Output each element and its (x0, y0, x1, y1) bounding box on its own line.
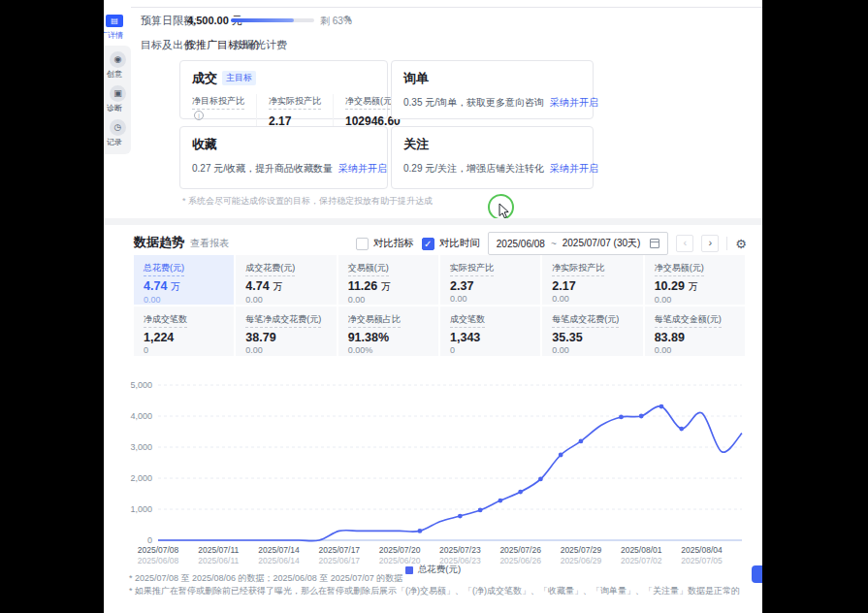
legend-swatch (405, 566, 413, 574)
date-range-picker[interactable]: 2025/06/08 ~ 2025/07/07 (30天) (488, 232, 669, 255)
adopt-enable-link[interactable]: 采纳并开启 (338, 163, 387, 174)
svg-text:2025/07/23: 2025/07/23 (439, 545, 481, 555)
metric-cards-grid: 总花费(元) 4.74 万 0.00 成交花费(元) 4.74 万 0.00 交… (134, 255, 745, 356)
metric-card-label: 每笔成交金额(元) (655, 313, 722, 328)
goal-card-inquiry: 询单 0.35 元/询单，获取更多意向咨询采纳并开启 (391, 60, 594, 119)
edit-budget-icon[interactable]: ✎ (344, 14, 352, 24)
trend-section-title: 数据趋势 (134, 234, 184, 251)
view-report-link[interactable]: 查看报表 (190, 237, 229, 250)
adopt-enable-link[interactable]: 采纳并开启 (550, 163, 598, 174)
metric-card-gmv[interactable]: 交易额(元) 11.26 万 0.00 (338, 255, 438, 305)
metric-card-compare-value: 0.00 (144, 295, 224, 305)
metric-card-net-gmv[interactable]: 净交易额(元) 10.29 万 0.00 (645, 255, 745, 305)
metric-card-label: 总花费(元) (144, 262, 184, 276)
metric-card-net-orders[interactable]: 净成交笔数 1,224 0 (134, 306, 234, 356)
goal-card-deal: 成交主目标 净目标投产比i 2.45 ✎ 净实际投产比 2.17 净交易额(元)… (179, 60, 388, 119)
adopt-enable-link[interactable]: 采纳并开启 (550, 97, 598, 108)
inquiry-desc: 0.35 元/询单，获取更多意向咨询采纳并开启 (403, 96, 581, 110)
metric-card-cost-per-order[interactable]: 每笔成交花费(元) 35.35 0.00 (542, 306, 642, 356)
metric-card-net-roi[interactable]: 净实际投产比 2.17 0.00 (542, 255, 642, 305)
budget-progress-fill (231, 18, 294, 22)
gear-icon[interactable]: ⚙ (735, 237, 747, 251)
metric-card-value: 4.74 万 (144, 279, 224, 294)
legend-label: 总花费(元) (418, 564, 461, 576)
chart-footnote-1: * 2025/07/08 至 2025/08/06 的数据；2025/06/08… (129, 572, 402, 585)
goal-card-favorite: 收藏 0.27 元/收藏，提升商品收藏数量采纳并开启 (179, 126, 388, 189)
date-range-start: 2025/06/08 (497, 239, 545, 249)
metric-card-label: 交易额(元) (348, 262, 389, 276)
metric-card-value: 10.29 万 (655, 279, 735, 294)
svg-text:2025/07/20: 2025/07/20 (379, 545, 421, 555)
metric-card-label: 净交易额占比 (348, 313, 401, 328)
metric-card-label: 净交易额(元) (655, 262, 704, 276)
sidebar-item-label: 诊断 (107, 103, 131, 113)
svg-text:2025/07/26: 2025/07/26 (499, 545, 541, 555)
side-rail: ▤ 广详情 ◉ 创意 ▣ 诊断 ◷ 记录 (104, 0, 131, 613)
promo-detail-icon[interactable]: ▤ (106, 15, 123, 27)
metric-card-amount-per-order[interactable]: 每笔成交金额(元) 83.89 0.00 (645, 306, 745, 356)
chart-footnote-2: * 如果推广在暂停或删除前已经获得了曝光，那么在暂停或删除后展示「(净)交易额」… (129, 585, 740, 597)
compare-time-checkbox[interactable]: ✓ (422, 238, 434, 250)
next-period-button[interactable]: › (701, 235, 719, 252)
compare-metric-label: 对比指标 (373, 237, 414, 250)
metric-card-value: 83.89 (655, 331, 735, 344)
budget-progress-bar (231, 18, 314, 22)
tab-separator: | (227, 38, 230, 49)
favorite-desc: 0.27 元/收藏，提升商品收藏数量采纳并开启 (192, 162, 375, 176)
metric-card-label: 净成交笔数 (144, 313, 187, 328)
svg-text:0: 0 (147, 535, 152, 545)
metric-card-value: 38.79 (245, 331, 326, 344)
svg-text:2025/07/11: 2025/07/11 (198, 545, 239, 555)
mouse-cursor (498, 203, 510, 219)
metric-card-net-cost-per-order[interactable]: 每笔净成交花费(元) 38.79 0.00 (236, 306, 336, 356)
section-divider (104, 218, 762, 225)
compare-metric-checkbox[interactable] (356, 238, 369, 250)
compare-time-label: 对比时间 (439, 237, 480, 250)
sidebar-item-label: 创意 (107, 69, 131, 80)
favorite-card-title: 收藏 (192, 136, 217, 153)
metric-card-value: 1,343 (450, 331, 530, 344)
metric-card-compare-value: 0.00 (245, 345, 326, 355)
metric-card-compare-value: 0.00 (348, 295, 429, 305)
metric-card-label: 净实际投产比 (552, 262, 604, 276)
metric-card-compare-value: 0 (450, 345, 530, 355)
svg-text:2025/07/17: 2025/07/17 (319, 545, 361, 555)
svg-text:3,000: 3,000 (130, 442, 152, 452)
metric-card-compare-value: 0.00 (655, 345, 735, 355)
metric-card-compare-value: 0.00 (450, 294, 530, 304)
metric-card-orders[interactable]: 成交笔数 1,343 0 (440, 306, 540, 356)
prev-period-button[interactable]: ‹ (676, 235, 693, 252)
goal-note: * 系统会尽可能达成你设置的目标，保持稳定投放有助于提升达成 (182, 195, 433, 208)
header-divider (131, 7, 762, 8)
calendar-icon (650, 239, 659, 248)
controls-divider (726, 237, 727, 250)
metric-card-value: 4.74 万 (245, 279, 326, 294)
svg-text:5,000: 5,000 (130, 380, 152, 390)
metric-card-deal-cost[interactable]: 成交花费(元) 4.74 万 0.00 (236, 255, 336, 305)
diagnose-icon: ▣ (110, 85, 126, 102)
sidebar-item-promo-detail[interactable]: 广详情 (104, 30, 131, 41)
follow-desc: 0.29 元/关注，增强店铺关注转化采纳并开启 (403, 162, 581, 176)
info-icon[interactable]: i (194, 111, 204, 120)
sidebar-item-diagnose[interactable]: ▣ 诊断 (110, 85, 131, 113)
svg-text:2,000: 2,000 (130, 473, 152, 483)
metric-card-net-gmv-ratio[interactable]: 净交易额占比 91.38% 0.00% (338, 306, 438, 356)
floating-side-tab[interactable] (752, 565, 762, 583)
sidebar-item-history[interactable]: ◷ 记录 (110, 119, 131, 147)
sidebar-item-creative[interactable]: ◉ 创意 (110, 51, 131, 80)
metric-card-total-cost[interactable]: 总花费(元) 4.74 万 0.00 (134, 255, 234, 305)
metric-card-label: 成交花费(元) (245, 262, 295, 276)
svg-text:2025/08/04: 2025/08/04 (681, 545, 723, 555)
inquiry-card-title: 询单 (403, 70, 429, 87)
metric-card-label: 成交笔数 (450, 313, 485, 328)
date-range-separator: ~ (551, 239, 557, 249)
metric-card-value: 2.17 (552, 279, 632, 293)
metric-card-value: 35.35 (552, 331, 632, 344)
svg-text:2025/07/14: 2025/07/14 (258, 545, 300, 555)
tab-bid-by-impression[interactable]: 按曝光计费 (234, 38, 287, 52)
metric-card-roi[interactable]: 实际投产比 2.37 0.00 (440, 255, 540, 305)
svg-text:2025/07/08: 2025/07/08 (138, 545, 179, 555)
metric-card-compare-value: 0 (144, 345, 224, 355)
svg-text:2025/08/01: 2025/08/01 (621, 545, 662, 555)
idea-icon: ◉ (110, 51, 126, 68)
